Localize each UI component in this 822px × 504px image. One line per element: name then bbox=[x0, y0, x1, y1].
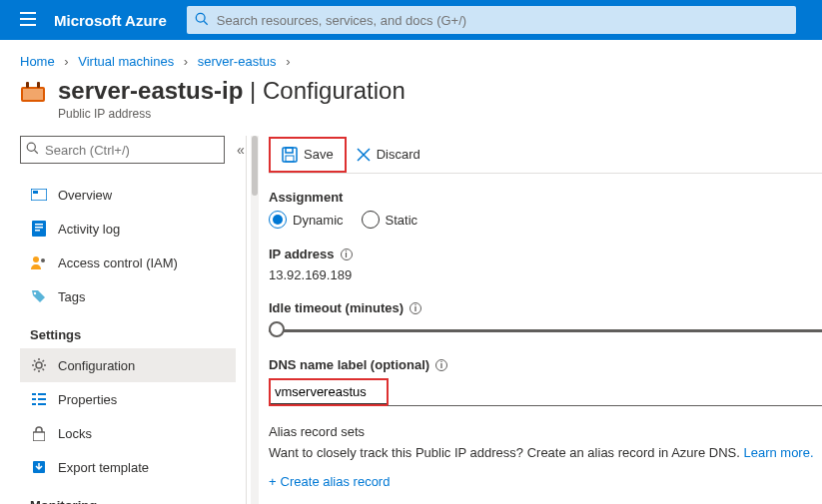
sidebar-item-properties[interactable]: Properties bbox=[20, 382, 236, 416]
svg-rect-4 bbox=[37, 82, 40, 88]
sidebar-item-label: Access control (IAM) bbox=[58, 255, 178, 270]
sidebar-item-label: Locks bbox=[58, 426, 92, 441]
info-icon[interactable]: i bbox=[341, 249, 353, 260]
learn-more-link[interactable]: Learn more. bbox=[743, 445, 813, 460]
radio-icon bbox=[269, 211, 287, 229]
sidebar-item-locks[interactable]: Locks bbox=[20, 416, 236, 450]
sidebar-item-activity-log[interactable]: Activity log bbox=[20, 212, 236, 246]
page-title: server-eastus-ip | Configuration bbox=[58, 77, 406, 105]
svg-point-15 bbox=[36, 362, 42, 368]
page-subtitle: Public IP address bbox=[58, 107, 406, 121]
svg-rect-2 bbox=[23, 89, 43, 100]
radio-label: Static bbox=[386, 213, 418, 228]
overview-icon bbox=[30, 186, 48, 204]
create-alias-button[interactable]: + Create alias record bbox=[269, 474, 822, 489]
svg-rect-18 bbox=[32, 398, 36, 400]
svg-rect-9 bbox=[35, 224, 43, 226]
breadcrumb-vms[interactable]: Virtual machines bbox=[78, 54, 174, 69]
ip-value: 13.92.169.189 bbox=[269, 267, 822, 282]
sidebar-item-tags[interactable]: Tags bbox=[20, 279, 236, 313]
svg-rect-22 bbox=[33, 432, 45, 441]
svg-rect-19 bbox=[38, 398, 46, 400]
save-label: Save bbox=[304, 147, 334, 162]
discard-label: Discard bbox=[377, 147, 420, 162]
radio-dynamic[interactable]: Dynamic bbox=[269, 211, 344, 229]
field-idle-timeout: Idle timeout (minutes) i bbox=[269, 300, 822, 339]
create-alias-label: Create alias record bbox=[281, 474, 391, 489]
info-icon[interactable]: i bbox=[410, 302, 421, 314]
svg-rect-8 bbox=[32, 221, 46, 237]
sidebar-item-label: Overview bbox=[58, 188, 112, 203]
sidebar-search-input[interactable] bbox=[20, 136, 225, 164]
hamburger-icon[interactable] bbox=[10, 10, 46, 31]
sidebar-section-settings: Settings bbox=[20, 313, 236, 348]
toolbar: Save Discard bbox=[269, 136, 822, 174]
save-icon bbox=[282, 147, 298, 163]
sidebar-item-overview[interactable]: Overview bbox=[20, 178, 236, 212]
export-icon bbox=[30, 458, 48, 476]
sidebar-section-monitoring: Monitoring bbox=[20, 484, 236, 504]
plus-icon: + bbox=[269, 474, 277, 489]
main-content: Save Discard Assignment Dynamic Static bbox=[269, 136, 822, 504]
svg-rect-25 bbox=[286, 148, 293, 153]
svg-rect-17 bbox=[38, 393, 46, 395]
sidebar-item-export-template[interactable]: Export template bbox=[20, 450, 236, 484]
radio-static[interactable]: Static bbox=[362, 211, 418, 229]
public-ip-icon bbox=[20, 81, 46, 106]
svg-point-0 bbox=[196, 13, 205, 22]
svg-rect-7 bbox=[33, 191, 38, 194]
idle-timeout-slider[interactable] bbox=[269, 321, 822, 339]
svg-rect-24 bbox=[283, 148, 297, 162]
sidebar-item-label: Configuration bbox=[58, 358, 135, 373]
svg-rect-16 bbox=[32, 393, 36, 395]
dns-name-input[interactable] bbox=[271, 380, 387, 404]
global-search[interactable] bbox=[187, 6, 796, 34]
search-icon bbox=[195, 12, 209, 29]
radio-icon bbox=[362, 211, 380, 229]
sidebar-item-label: Properties bbox=[58, 392, 117, 407]
sidebar-item-label: Activity log bbox=[58, 222, 120, 237]
svg-rect-26 bbox=[286, 156, 294, 162]
breadcrumb-home[interactable]: Home bbox=[20, 54, 55, 69]
divider bbox=[246, 136, 247, 504]
brand-label: Microsoft Azure bbox=[54, 12, 167, 29]
breadcrumb: Home › Virtual machines › server-eastus … bbox=[0, 40, 822, 77]
discard-button[interactable]: Discard bbox=[347, 140, 430, 170]
chevron-right-icon: › bbox=[184, 54, 188, 69]
dns-label: DNS name label (optional) bbox=[269, 357, 429, 372]
sidebar-item-access-control[interactable]: Access control (IAM) bbox=[20, 246, 236, 279]
access-control-icon bbox=[30, 253, 48, 271]
save-button[interactable]: Save bbox=[272, 140, 344, 170]
sidebar: « Overview Activity log Access control (… bbox=[0, 136, 236, 504]
svg-rect-6 bbox=[31, 189, 47, 201]
breadcrumb-server[interactable]: server-eastus bbox=[198, 54, 277, 69]
svg-point-12 bbox=[33, 256, 39, 262]
assignment-label: Assignment bbox=[269, 190, 822, 205]
chevron-right-icon: › bbox=[64, 54, 68, 69]
sidebar-item-configuration[interactable]: Configuration bbox=[20, 348, 236, 382]
slider-thumb[interactable] bbox=[269, 321, 285, 337]
gear-icon bbox=[30, 356, 48, 374]
properties-icon bbox=[30, 390, 48, 408]
lock-icon bbox=[30, 424, 48, 442]
svg-point-5 bbox=[27, 143, 35, 151]
svg-rect-21 bbox=[38, 403, 46, 405]
global-search-input[interactable] bbox=[187, 6, 796, 34]
close-icon bbox=[357, 148, 371, 162]
svg-rect-11 bbox=[35, 230, 40, 232]
sidebar-search[interactable] bbox=[20, 136, 225, 164]
radio-label: Dynamic bbox=[293, 213, 344, 228]
info-icon[interactable]: i bbox=[435, 359, 447, 371]
activity-log-icon bbox=[30, 220, 48, 238]
svg-point-14 bbox=[34, 292, 36, 294]
field-alias-records: Alias record sets Want to closely track … bbox=[269, 424, 822, 489]
scrollbar[interactable] bbox=[251, 136, 259, 504]
svg-rect-20 bbox=[32, 403, 36, 405]
field-ip-address: IP address i 13.92.169.189 bbox=[269, 247, 822, 282]
sidebar-item-label: Tags bbox=[58, 289, 85, 304]
tags-icon bbox=[30, 287, 48, 305]
alias-text: Want to closely track this Public IP add… bbox=[269, 445, 743, 460]
svg-rect-10 bbox=[35, 227, 43, 229]
sidebar-item-label: Export template bbox=[58, 460, 149, 475]
collapse-sidebar-icon[interactable]: « bbox=[237, 142, 245, 158]
